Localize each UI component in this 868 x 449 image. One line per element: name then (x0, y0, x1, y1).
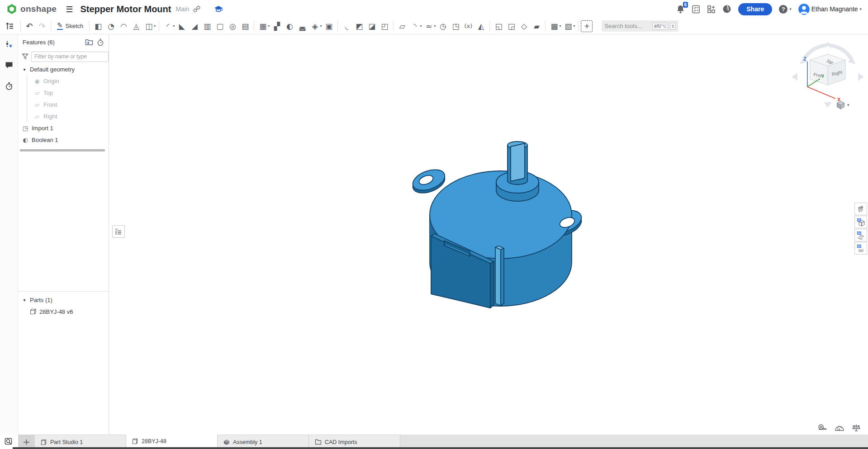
graphics-canvas[interactable]: Top Front Right Z Y X ▾ (109, 34, 868, 435)
sheet-metal-model-icon[interactable]: ◱ (492, 20, 505, 33)
learning-user-icon[interactable] (722, 5, 731, 14)
tables-icon[interactable]: ▩ (548, 20, 560, 33)
workspace-name[interactable]: Main (175, 5, 189, 13)
feature-list-toggle-icon[interactable] (2, 23, 18, 30)
derived-icon[interactable]: ◳ (449, 20, 462, 33)
chevron-down-icon[interactable]: ▾ (154, 24, 156, 28)
tree-node-origin[interactable]: ◉ Origin (27, 75, 109, 87)
user-menu[interactable]: Ethan Magnante ▾ (798, 4, 862, 15)
revolve-icon[interactable]: ◔ (104, 20, 117, 33)
create-folder-icon[interactable] (85, 39, 93, 46)
split-icon[interactable]: ◛ (296, 20, 308, 33)
sheet-metal-table-icon[interactable]: ▰ (530, 20, 543, 33)
hamburger-menu-icon[interactable]: ☰ (66, 5, 73, 14)
bottom-scroll-strip[interactable] (13, 447, 868, 449)
chevron-down-icon[interactable]: ▾ (22, 298, 27, 302)
tape-measure-icon[interactable] (817, 424, 827, 432)
thread-icon[interactable]: ▤ (239, 20, 251, 33)
replace-face-icon[interactable]: ◪ (365, 20, 378, 33)
app-store-icon[interactable] (707, 5, 716, 14)
hole-icon[interactable]: ◎ (226, 20, 239, 33)
share-button[interactable]: Share (738, 3, 772, 15)
named-positions-icon[interactable] (854, 229, 867, 241)
chevron-down-icon[interactable]: ▾ (420, 24, 422, 28)
helix-icon[interactable]: ≈ (422, 20, 435, 33)
chevron-down-icon[interactable]: ▾ (559, 24, 561, 28)
plane-icon[interactable]: ▱ (396, 20, 408, 33)
chevron-down-icon[interactable]: ▾ (434, 24, 436, 28)
chevron-down-icon[interactable]: ▾ (320, 24, 322, 28)
chamfer-icon[interactable]: ◣ (175, 20, 188, 33)
notification-count-badge: 6 (683, 2, 688, 8)
feature-statistics-icon[interactable] (97, 38, 104, 46)
filter-funnel-icon[interactable] (22, 53, 28, 60)
release-tasks-icon[interactable] (692, 5, 700, 14)
divider (254, 21, 254, 31)
tree-node-front-plane[interactable]: ▱ Front (27, 99, 109, 110)
onshape-logo[interactable]: onshape (6, 4, 57, 14)
shell-icon[interactable]: ▢ (213, 20, 226, 33)
document-title[interactable]: Stepper Motor Mount (80, 4, 171, 14)
learning-center-icon[interactable] (214, 5, 223, 13)
tree-node-right-plane[interactable]: ▱ Right (27, 110, 109, 122)
feature-list-flyout-toggle[interactable] (112, 225, 125, 238)
avatar[interactable] (798, 4, 810, 15)
point-icon[interactable]: ◷ (436, 20, 449, 33)
variable-icon[interactable]: (x) (462, 20, 474, 33)
frame-icon[interactable]: ◭ (474, 20, 487, 33)
configurations-panel-icon[interactable]: (x) (854, 242, 867, 255)
search-tools-input[interactable]: Search tools... alt/⌥ c (602, 20, 678, 32)
move-face-icon[interactable]: ◩ (353, 20, 365, 33)
extrude-icon[interactable]: ◧ (92, 20, 104, 33)
tree-node-top-plane[interactable]: ▱ Top (27, 87, 109, 99)
part-item[interactable]: 28BYJ-48 v6 (18, 306, 109, 317)
mirror-icon[interactable]: ▞ (270, 20, 283, 33)
appearance-panel-icon[interactable] (854, 203, 867, 215)
surface-icon[interactable]: ◝ (408, 20, 421, 33)
linear-pattern-icon[interactable]: ▦ (256, 20, 269, 33)
display-states-icon[interactable] (854, 216, 867, 228)
chevron-down-icon: ▾ (847, 103, 849, 107)
filter-input[interactable] (31, 52, 109, 62)
sketch-button[interactable]: ✎ Sketch (53, 19, 87, 33)
comments-icon[interactable] (4, 60, 14, 71)
delete-face-icon[interactable]: ◟ (340, 20, 353, 33)
offset-surface-icon[interactable]: ◰ (378, 20, 391, 33)
help-icon[interactable]: ? (779, 5, 787, 14)
protractor-icon[interactable] (835, 424, 844, 431)
insert-feature-icon[interactable] (4, 39, 14, 50)
flange-icon[interactable]: ◲ (505, 20, 517, 33)
draft-icon[interactable]: ◢ (188, 20, 201, 33)
chevron-down-icon[interactable]: ▾ (173, 24, 175, 28)
delete-part-icon[interactable]: ▣ (323, 20, 335, 33)
undo-button[interactable]: ↶ (23, 20, 36, 33)
sweep-icon[interactable]: ◠ (117, 20, 130, 33)
tree-node-boolean-1[interactable]: ◐ Boolean 1 (18, 134, 109, 146)
link-icon[interactable] (193, 5, 200, 13)
thicken-icon[interactable]: ◫ (142, 20, 155, 33)
chevron-down-icon[interactable]: ▾ (22, 67, 27, 72)
tree-node-import-1[interactable]: ◳ Import 1 (18, 122, 109, 134)
tree-node-default-geometry[interactable]: ▾ Default geometry (18, 63, 109, 75)
fillet-icon[interactable]: ◜ (161, 20, 174, 33)
chevron-down-icon[interactable]: ▾ (573, 24, 575, 28)
help-menu[interactable]: ? ▾ (779, 5, 792, 14)
transform-icon[interactable]: ◈ (308, 20, 321, 33)
view-mode-button[interactable]: ▾ (836, 100, 849, 109)
stepper-motor-model[interactable] (411, 137, 588, 309)
notifications-bell-icon[interactable]: 6 (676, 5, 685, 14)
bom-icon[interactable]: ▧ (562, 20, 574, 33)
parts-header[interactable]: ▾ Parts (1) (18, 294, 109, 306)
bend-icon[interactable]: ◇ (517, 20, 530, 33)
rollback-bar[interactable] (20, 149, 105, 151)
history-icon[interactable] (4, 80, 14, 91)
custom-features-button[interactable]: + (581, 20, 593, 32)
mass-properties-icon[interactable] (852, 424, 861, 432)
boolean-icon[interactable]: ◐ (283, 20, 296, 33)
view-cube[interactable]: Top Front Right Z Y X (789, 41, 866, 111)
part-icon (30, 308, 37, 315)
chevron-down-icon[interactable]: ▾ (268, 24, 270, 28)
rib-icon[interactable]: ▥ (201, 20, 213, 33)
redo-button[interactable]: ↷ (36, 20, 48, 33)
loft-icon[interactable]: ◬ (130, 20, 142, 33)
